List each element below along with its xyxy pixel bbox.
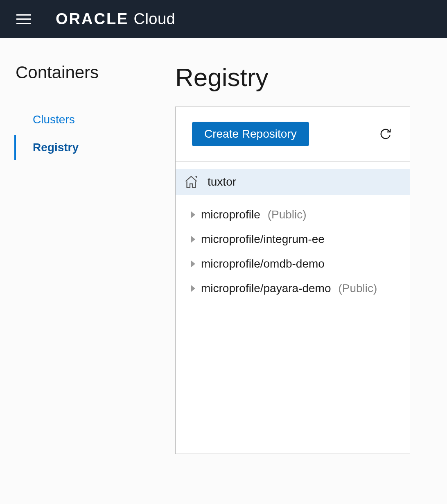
repository-item[interactable]: microprofile/payara-demo (Public) — [191, 276, 402, 301]
repository-visibility: (Public) — [268, 208, 307, 221]
main-layout: Containers Clusters Registry Registry Cr… — [0, 38, 447, 454]
namespace-row[interactable]: tuxtor — [176, 169, 410, 195]
brand-logo: ORACLE Cloud — [56, 10, 175, 28]
repository-visibility: (Public) — [338, 282, 377, 295]
create-repository-button[interactable]: Create Repository — [192, 122, 309, 146]
panel-header: Create Repository — [176, 107, 410, 161]
main-content: Registry Create Repository — [155, 63, 447, 454]
hamburger-menu-icon[interactable] — [16, 14, 31, 24]
sidebar-title: Containers — [16, 63, 147, 94]
chevron-right-icon — [191, 211, 195, 218]
repository-list: microprofile (Public) microprofile/integ… — [176, 202, 410, 301]
repository-name: microprofile/integrum-ee — [201, 233, 325, 246]
sidebar-item-registry[interactable]: Registry — [16, 134, 147, 161]
refresh-icon[interactable] — [378, 126, 393, 142]
sidebar-item-label: Registry — [33, 141, 79, 154]
brand-name-bold: ORACLE — [56, 10, 129, 28]
page-title: Registry — [175, 63, 410, 92]
sidebar: Containers Clusters Registry — [16, 63, 155, 454]
sidebar-item-label: Clusters — [33, 113, 75, 126]
chevron-right-icon — [191, 236, 195, 243]
brand-name-light: Cloud — [133, 10, 175, 28]
sidebar-item-clusters[interactable]: Clusters — [16, 106, 147, 134]
repository-name: microprofile/payara-demo — [201, 282, 331, 295]
chevron-right-icon — [191, 285, 195, 292]
repository-name: microprofile — [201, 208, 260, 221]
sidebar-nav: Clusters Registry — [16, 106, 147, 161]
repository-item[interactable]: microprofile/omdb-demo — [191, 252, 402, 276]
registry-panel: Create Repository — [175, 107, 410, 454]
repository-item[interactable]: microprofile (Public) — [191, 202, 402, 227]
repository-item[interactable]: microprofile/integrum-ee — [191, 227, 402, 252]
home-icon — [184, 175, 199, 189]
chevron-right-icon — [191, 261, 195, 267]
app-header: ORACLE Cloud — [0, 0, 447, 38]
repository-name: microprofile/omdb-demo — [201, 257, 325, 270]
namespace-label: tuxtor — [208, 175, 236, 188]
panel-body: tuxtor microprofile (Public) microprofil… — [176, 161, 410, 454]
